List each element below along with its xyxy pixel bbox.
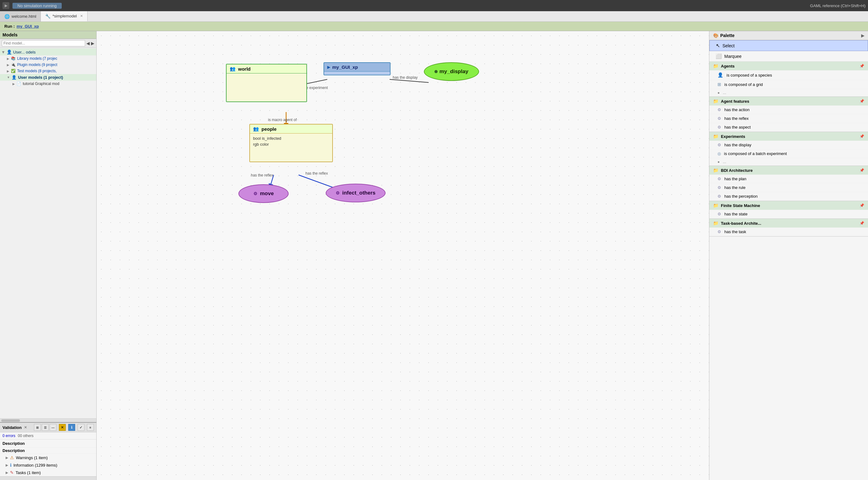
section-task-based: 📁 Task-based Archite... 📌 ⚙ has the task bbox=[709, 219, 868, 237]
user-models-label: User models (1 project) bbox=[18, 75, 63, 80]
agent-features-folder-icon: 📁 bbox=[713, 99, 718, 104]
tab-simplemodel[interactable]: 🔧 *simplemodel ✕ bbox=[41, 11, 87, 22]
bdi-title: BDI Architecture bbox=[721, 168, 857, 173]
node-world[interactable]: 👥 world bbox=[226, 64, 307, 102]
svg-line-0 bbox=[305, 79, 327, 84]
agents-pin-icon[interactable]: 📌 bbox=[860, 64, 864, 68]
v-btn-lines[interactable]: ≡ bbox=[87, 424, 94, 431]
af-item-aspect[interactable]: ⚙ has the aspect bbox=[709, 123, 868, 132]
perception-label: has the perception bbox=[724, 194, 758, 199]
tab-bar: 🌐 welcome.html 🔧 *simplemodel ✕ bbox=[0, 11, 868, 22]
task-based-pin-icon[interactable]: 📌 bbox=[860, 221, 864, 226]
plan-gear-icon: ⚙ bbox=[717, 176, 721, 181]
bdi-item-perception[interactable]: ⚙ has the perception bbox=[709, 192, 868, 201]
people-name: people bbox=[261, 126, 276, 132]
exp-more-label: ... bbox=[723, 159, 726, 164]
tree-item-test[interactable]: ▶ ✅ Test models (8 projects, bbox=[0, 68, 96, 74]
desc-title: Description bbox=[2, 448, 25, 453]
find-model-input[interactable] bbox=[2, 40, 85, 46]
fsm-pin-icon[interactable]: 📌 bbox=[860, 203, 864, 208]
nav-next-icon[interactable]: ▶ bbox=[91, 41, 94, 46]
fsm-title: Finite State Machine bbox=[721, 203, 857, 208]
fsm-section-header[interactable]: 📁 Finite State Machine 📌 bbox=[709, 201, 868, 210]
af-item-action[interactable]: ⚙ has the action bbox=[709, 105, 868, 114]
close-validation-icon[interactable]: ✕ bbox=[24, 425, 27, 430]
desc-item-info[interactable]: ▶ ℹ Information (1299 items) bbox=[0, 461, 96, 469]
tab-welcome[interactable]: 🌐 welcome.html bbox=[0, 11, 41, 22]
left-bottom-scroll[interactable] bbox=[0, 476, 96, 480]
bdi-item-rule[interactable]: ⚙ has the rule bbox=[709, 183, 868, 192]
models-title: Models bbox=[2, 32, 18, 37]
tree-item-tutorial[interactable]: ▶ 📄 tutorial Graphical mod bbox=[0, 81, 96, 87]
tree-item-library[interactable]: ▶ 📚 Library models (7 projec bbox=[0, 56, 96, 62]
v-btn-dash[interactable]: — bbox=[50, 424, 56, 431]
v-btn-check[interactable]: ✓ bbox=[78, 424, 85, 431]
agents-item-more[interactable]: ● ... bbox=[709, 89, 868, 97]
desc-item-warnings[interactable]: ▶ ⚠ Warnings (1 item) bbox=[0, 454, 96, 461]
simplemodel-close-icon[interactable]: ✕ bbox=[80, 14, 83, 18]
tree-item-user[interactable]: ▼ 👤 User models (1 project) bbox=[0, 74, 96, 81]
bdi-pin-icon[interactable]: 📌 bbox=[860, 168, 864, 172]
tree-item-plugin[interactable]: ▶ 🔌 Plugin models (9 project bbox=[0, 62, 96, 68]
palette-icon: 🎨 bbox=[713, 33, 718, 38]
people-attr-1: rgb color bbox=[253, 142, 329, 147]
af-item-reflex[interactable]: ⚙ has the reflex bbox=[709, 114, 868, 123]
tutorial-icon: 📄 bbox=[17, 81, 21, 86]
reflex-gear-icon: ⚙ bbox=[717, 116, 721, 121]
test-icon: ✅ bbox=[11, 69, 16, 73]
palette-expand-icon[interactable]: ▶ bbox=[861, 33, 864, 38]
agents-section-header[interactable]: 📁 Agents 📌 bbox=[709, 62, 868, 70]
task-label: has the task bbox=[724, 230, 746, 234]
simplemodel-tab-label: *simplemodel bbox=[52, 14, 77, 19]
v-btn-grid[interactable]: ⊞ bbox=[34, 424, 41, 431]
gui-play-icon: ▶ bbox=[327, 65, 330, 69]
run-icon[interactable]: ▶ bbox=[2, 2, 9, 9]
composed-species-label: is composed of a species bbox=[726, 73, 772, 77]
experiments-pin-icon[interactable]: 📌 bbox=[860, 134, 864, 139]
bdi-item-plan[interactable]: ⚙ has the plan bbox=[709, 175, 868, 183]
agent-features-section-header[interactable]: 📁 Agent features 📌 bbox=[709, 97, 868, 105]
agent-features-pin-icon[interactable]: 📌 bbox=[860, 99, 864, 103]
v-btn-i-filter[interactable]: ℹ bbox=[68, 424, 75, 431]
task-based-item-task[interactable]: ⚙ has the task bbox=[709, 228, 868, 236]
canvas[interactable]: possible experiment has the display is m… bbox=[97, 31, 709, 480]
experiments-section-header[interactable]: 📁 Experiments 📌 bbox=[709, 132, 868, 141]
desc-item-tasks[interactable]: ▶ ✎ Tasks (1 item) bbox=[0, 469, 96, 476]
description-section: Description bbox=[0, 448, 96, 454]
exp-item-more[interactable]: ● ... bbox=[709, 158, 868, 166]
test-label: Test models (8 projects, bbox=[17, 69, 57, 73]
left-panel-header: Models bbox=[0, 31, 96, 39]
v-btn-x-filter[interactable]: ✕ bbox=[59, 424, 66, 431]
others-count: 00 others bbox=[18, 434, 33, 438]
find-model-bar: ◀ ▶ bbox=[0, 39, 96, 48]
v-btn-list[interactable]: ☰ bbox=[42, 424, 49, 431]
tree-item-user-root[interactable]: ▼ 👤 User... odels bbox=[0, 48, 96, 56]
agents-folder-icon: 📁 bbox=[713, 64, 718, 68]
fsm-item-state[interactable]: ⚙ has the state bbox=[709, 210, 868, 218]
node-move[interactable]: ⚙ move bbox=[239, 184, 289, 203]
display-name: my_display bbox=[439, 68, 468, 75]
nav-prev-icon[interactable]: ◀ bbox=[86, 41, 90, 46]
exp-item-display[interactable]: ⚙ has the display bbox=[709, 141, 868, 149]
palette-header: 🎨 Palette ▶ bbox=[709, 31, 868, 40]
palette-title: Palette bbox=[720, 33, 861, 38]
plugin-label: Plugin models (9 project bbox=[17, 63, 57, 67]
simplemodel-tab-icon: 🔧 bbox=[45, 14, 51, 19]
palette-tool-select[interactable]: ↖ Select bbox=[709, 40, 868, 51]
node-people[interactable]: 👥 people bool is_infected rgb color bbox=[249, 124, 333, 162]
node-infect[interactable]: ⚙ infect_others bbox=[326, 184, 385, 202]
node-display[interactable]: my_display bbox=[424, 62, 479, 81]
bdi-folder-icon: 📁 bbox=[713, 168, 718, 173]
run-experiment[interactable]: my_GUI_xp bbox=[17, 24, 39, 29]
left-h-scroll[interactable] bbox=[0, 418, 96, 422]
agent-features-title: Agent features bbox=[721, 99, 857, 104]
agents-item-composed-grid[interactable]: ⊞ is composed of a grid bbox=[709, 80, 868, 89]
agents-item-composed-species[interactable]: 👤 is composed of a species bbox=[709, 70, 868, 80]
task-based-section-header[interactable]: 📁 Task-based Archite... 📌 bbox=[709, 219, 868, 228]
palette-tool-marquee[interactable]: ⬜ Marquee bbox=[709, 51, 868, 62]
world-icon: 👥 bbox=[230, 66, 236, 72]
node-gui[interactable]: ▶ my_GUI_xp bbox=[323, 62, 391, 75]
exp-item-batch[interactable]: ◎ is composed of a batch experiment bbox=[709, 149, 868, 158]
bdi-section-header[interactable]: 📁 BDI Architecture 📌 bbox=[709, 166, 868, 175]
welcome-tab-label: welcome.html bbox=[11, 14, 36, 19]
